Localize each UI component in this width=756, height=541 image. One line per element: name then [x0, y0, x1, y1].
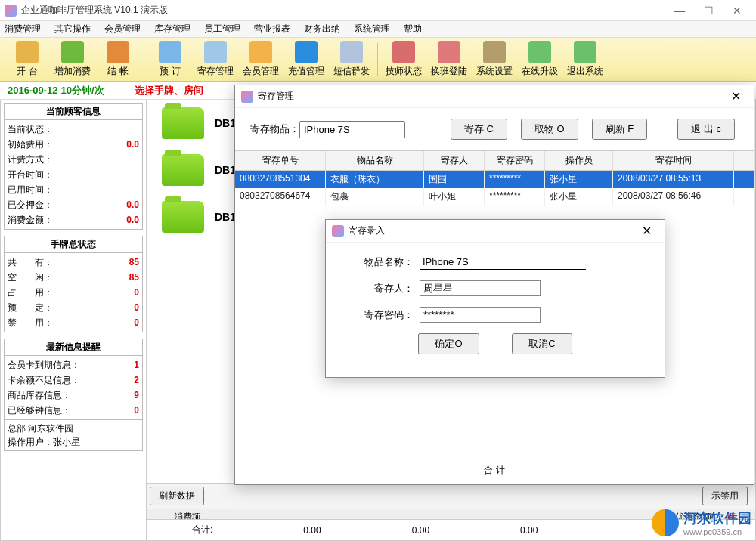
- item-label: 寄存物品：: [250, 122, 299, 136]
- toolbar-label: 结 帐: [107, 65, 128, 78]
- folder-icon: [162, 154, 204, 186]
- watermark-url: www.pc0359.cn: [683, 527, 751, 536]
- toolbar-button[interactable]: 充值管理: [284, 39, 329, 80]
- menu-item[interactable]: 其它操作: [54, 23, 91, 36]
- menu-item[interactable]: 员工管理: [204, 23, 240, 36]
- menu-item[interactable]: 库存管理: [154, 23, 191, 36]
- panel-row: 计费方式：: [8, 152, 139, 167]
- toolbar-label: 换班登陆: [431, 65, 467, 78]
- person-input[interactable]: [420, 280, 541, 296]
- panel-row: 已用时间：: [8, 182, 139, 197]
- toolbar-label: 短信群发: [333, 65, 370, 78]
- item-input[interactable]: [299, 121, 405, 138]
- store-button[interactable]: 寄存 C: [451, 119, 507, 140]
- refresh-grid-button[interactable]: 刷新 F: [592, 119, 648, 140]
- titlebar: 企业通咖啡厅管理系统 V10.1 演示版 — ☐ ✕: [0, 0, 756, 21]
- grid-header[interactable]: 寄存单号: [235, 151, 326, 170]
- toolbar-button[interactable]: 增加消费: [50, 39, 95, 80]
- password-input[interactable]: [420, 307, 541, 323]
- toolbar-icon: [392, 41, 415, 63]
- close-button[interactable]: ✕: [723, 2, 751, 20]
- panel-guest-title: 当前顾客信息: [5, 104, 142, 120]
- toolbar-label: 退出系统: [567, 65, 603, 78]
- maximize-button[interactable]: ☐: [694, 2, 723, 20]
- panel-row: 占 用：0: [8, 285, 139, 300]
- toolbar-button[interactable]: 在线升级: [517, 39, 562, 80]
- toolbar-button[interactable]: 会员管理: [238, 39, 284, 80]
- toolbar-icon: [483, 41, 506, 63]
- refresh-button[interactable]: 刷新数据: [150, 487, 204, 505]
- watermark-name: 河东软件园: [683, 511, 751, 526]
- toolbar-label: 增加消费: [54, 65, 91, 78]
- toolbar-label: 在线升级: [522, 65, 558, 78]
- panel-alert-title: 最新信息提醒: [5, 339, 142, 356]
- toolbar-label: 会员管理: [243, 65, 279, 78]
- toolbar-button[interactable]: 寄存管理: [193, 39, 238, 80]
- ok-button[interactable]: 确定O: [418, 333, 479, 354]
- exit-button[interactable]: 退 出 c: [677, 119, 735, 140]
- f2-label: 寄存人：: [349, 282, 414, 295]
- toolbar-label: 预 订: [160, 65, 180, 78]
- panel-guest: 当前顾客信息 当前状态：初始费用：0.0计费方式：开台时间：已用时间：已交押金：…: [4, 103, 143, 230]
- grid-header[interactable]: 寄存人: [424, 151, 485, 170]
- storage-close-button[interactable]: ✕: [723, 86, 748, 107]
- grid-header[interactable]: 物品名称: [326, 151, 424, 170]
- panel-row: 商品库存信息：9: [8, 388, 139, 403]
- menu-item[interactable]: 消费管理: [5, 23, 41, 36]
- toolbar-button[interactable]: 预 订: [147, 39, 193, 80]
- f3-label: 寄存密码：: [349, 308, 414, 322]
- menu-item[interactable]: 营业报表: [254, 23, 290, 36]
- toolbar-button[interactable]: 结 帐: [95, 39, 141, 80]
- take-button[interactable]: 取物 O: [521, 119, 578, 140]
- grid-row[interactable]: 08032708564674包裹叶小姐*********张小星2008/03/2…: [235, 188, 754, 206]
- toolbar-button[interactable]: 换班登陆: [426, 39, 472, 80]
- panel-row: 禁 用：0: [8, 315, 139, 330]
- grid-header[interactable]: 寄存时间: [613, 151, 734, 170]
- panel-row: 卡余额不足信息：2: [8, 373, 139, 388]
- date-text: 2016-09-12: [8, 85, 58, 96]
- grid-header[interactable]: 操作员: [545, 151, 613, 170]
- grid-row[interactable]: 08032708551304衣服（珠衣）国围*********张小星2008/0…: [235, 171, 754, 188]
- toolbar-icon: [61, 41, 84, 63]
- item-name-input[interactable]: [420, 255, 586, 270]
- menu-item[interactable]: 财务出纳: [304, 23, 340, 36]
- storage-icon: [241, 91, 253, 103]
- sum-v1: 0.00: [303, 525, 321, 536]
- panel-row: 当前状态：: [8, 122, 139, 137]
- toolbar-button[interactable]: 技师状态: [381, 39, 426, 80]
- folder-icon: [162, 201, 204, 233]
- menu-item[interactable]: 系统管理: [354, 23, 390, 36]
- hide-disabled-button[interactable]: 示禁用: [702, 487, 748, 505]
- grid-header[interactable]: 寄存密码: [485, 151, 545, 170]
- toolbar-button[interactable]: 退出系统: [562, 39, 608, 80]
- panel-status: 手牌总状态 共 有：85空 闲：85占 用：0预 定：0禁 用：0: [4, 236, 143, 332]
- toolbar-label: 开 台: [17, 65, 37, 78]
- panel-row: 会员卡到期信息：1: [8, 357, 139, 373]
- panel-row: 已交押金：0.0: [8, 197, 139, 212]
- toolbar: 开 台增加消费结 帐预 订寄存管理会员管理充值管理短信群发技师状态换班登陆系统设…: [0, 38, 756, 82]
- f1-label: 物品名称：: [349, 255, 414, 269]
- toolbar-icon: [159, 41, 181, 63]
- toolbar-button[interactable]: 开 台: [5, 39, 50, 80]
- input-close-button[interactable]: ✕: [634, 221, 658, 242]
- minimize-button[interactable]: —: [665, 2, 694, 20]
- input-dialog: 寄存录入 ✕ 物品名称： 寄存人： 寄存密码： 确定O 取消C: [325, 219, 665, 378]
- menu-item[interactable]: 帮助: [404, 23, 422, 36]
- toolbar-button[interactable]: 短信群发: [329, 39, 374, 80]
- app-icon: [5, 5, 17, 17]
- menu-item[interactable]: 会员管理: [104, 23, 141, 36]
- menubar: 消费管理其它操作会员管理库存管理员工管理营业报表财务出纳系统管理帮助: [0, 21, 756, 38]
- toolbar-label: 充值管理: [288, 65, 324, 78]
- toolbar-icon: [16, 41, 39, 63]
- sum-label: 合计:: [192, 524, 212, 536]
- cancel-button[interactable]: 取消C: [512, 333, 572, 354]
- panel-row: 共 有：85: [8, 255, 139, 270]
- notice-text: 选择手牌、房间: [135, 84, 203, 97]
- panel-status-title: 手牌总状态: [5, 236, 142, 253]
- sum-v2: 0.00: [412, 525, 429, 536]
- toolbar-button[interactable]: 系统设置: [472, 39, 517, 80]
- panel-row: 初始费用：0.0: [8, 137, 139, 152]
- panel-alert: 最新信息提醒 会员卡到期信息：1卡余额不足信息：2商品库存信息：9已经够钟信息：…: [4, 339, 143, 451]
- panel-row: 预 定：0: [8, 300, 139, 315]
- app-title: 企业通咖啡厅管理系统 V10.1 演示版: [21, 4, 168, 17]
